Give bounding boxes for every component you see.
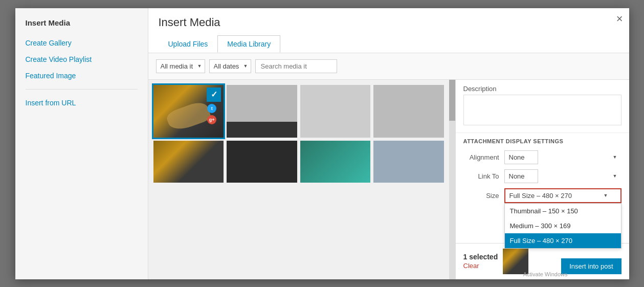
search-input[interactable] [255,59,337,73]
sidebar-item-create-video-playlist[interactable]: Create Video Playlist [15,51,148,68]
size-trigger[interactable]: Full Size – 480 × 270 [504,188,621,203]
selected-info: 1 selected Clear [463,253,498,270]
sidebar-item-insert-from-url[interactable]: Insert from URL [15,95,148,111]
selected-thumbnail-preview [503,249,528,274]
media-item-inner [300,85,371,138]
media-thumbnail-teal [300,141,371,183]
tab-upload-files[interactable]: Upload Files [159,35,218,53]
sidebar-item-create-gallery[interactable]: Create Gallery [15,35,148,51]
media-grid-row1: f t g+ [153,85,444,138]
link-to-select-wrap: None [504,169,621,183]
media-type-filter[interactable]: All media it [156,59,205,73]
size-label: Size [463,192,504,200]
media-thumbnail-dark [227,141,297,183]
insert-media-modal: Insert Media Create Gallery Create Video… [15,8,629,279]
close-button[interactable]: × [616,12,623,26]
filters-bar: All media it All dates [148,53,629,80]
alignment-select[interactable]: None [504,150,538,164]
attachment-settings-title: ATTACHMENT DISPLAY SETTINGS [463,138,621,144]
sidebar-item-featured-image[interactable]: Featured Image [15,68,148,84]
media-item[interactable] [300,85,371,138]
media-item-small-inner [373,141,444,183]
tabs-bar: Upload Files Media Library [159,35,619,53]
size-option-thumbnail[interactable]: Thumbnail – 150 × 150 [505,204,621,218]
media-item-inner [373,85,444,138]
media-thumbnail-empty [373,85,444,138]
googleplus-icon: g+ [207,115,216,124]
media-item-inner [227,85,297,138]
modal-overlay: Insert Media Create Gallery Create Video… [0,0,644,287]
alignment-select-wrap: None [504,150,621,164]
main-content: Insert Media Upload Files Media Library … [148,8,629,279]
sidebar-divider [26,89,138,90]
media-type-filter-wrap: All media it [156,59,205,73]
selected-checkmark [207,87,221,102]
media-area: f t g+ [148,80,629,279]
size-option-full[interactable]: Full Size – 480 × 270 [505,233,621,248]
main-header: Insert Media Upload Files Media Library [148,8,629,53]
size-trigger-text: Full Size – 480 × 270 [509,192,572,200]
media-item[interactable] [373,85,444,138]
media-item-small[interactable] [153,141,224,183]
scrollbar-thumb[interactable] [449,80,455,121]
date-filter[interactable]: All dates [209,59,251,73]
alignment-label: Alignment [463,153,504,161]
insert-into-post-button[interactable]: Insert into post [561,258,621,274]
link-to-label: Link To [463,172,504,180]
media-item[interactable] [227,85,297,138]
twitter-icon: t [207,104,216,113]
description-textarea[interactable] [463,95,621,125]
media-thumbnail-phone [153,141,224,183]
media-item-small[interactable] [300,141,371,183]
media-thumbnail-empty [300,85,371,138]
right-panel-top: Description [456,80,629,133]
attachment-settings: ATTACHMENT DISPLAY SETTINGS Alignment No… [456,133,629,243]
media-thumbnail-blue [373,141,444,183]
date-filter-wrap: All dates [209,59,251,73]
description-label: Description [463,85,621,93]
media-grid-container[interactable]: f t g+ [148,80,449,279]
link-to-row: Link To None [463,169,621,183]
media-thumbnail-gray [227,85,297,138]
tab-media-library[interactable]: Media Library [217,35,280,53]
sidebar-title: Insert Media [15,18,148,35]
clear-link[interactable]: Clear [463,262,498,270]
selected-count: 1 selected [463,253,498,261]
size-dropdown-wrap[interactable]: Full Size – 480 × 270 Thumbnail – 150 × … [504,188,621,203]
media-scrollbar[interactable] [449,80,455,279]
media-item[interactable]: f t g+ [153,85,224,138]
media-item-small-inner [153,141,224,183]
right-panel: Description ATTACHMENT DISPLAY SETTINGS … [455,80,629,279]
page-title: Insert Media [159,16,619,29]
size-option-medium[interactable]: Medium – 300 × 169 [505,218,621,233]
size-row: Size Full Size – 480 × 270 Thumbnail – 1… [463,188,621,203]
sidebar: Insert Media Create Gallery Create Video… [15,8,148,279]
media-item-small[interactable] [373,141,444,183]
media-item-small-inner [227,141,297,183]
activate-windows-watermark: Activate Windows [523,271,568,277]
media-item-small[interactable] [227,141,297,183]
link-to-select[interactable]: None [504,169,538,183]
size-dropdown: Thumbnail – 150 × 150 Medium – 300 × 169… [504,203,621,249]
media-item-small-inner [300,141,371,183]
media-grid-row2 [153,141,444,183]
alignment-row: Alignment None [463,150,621,164]
